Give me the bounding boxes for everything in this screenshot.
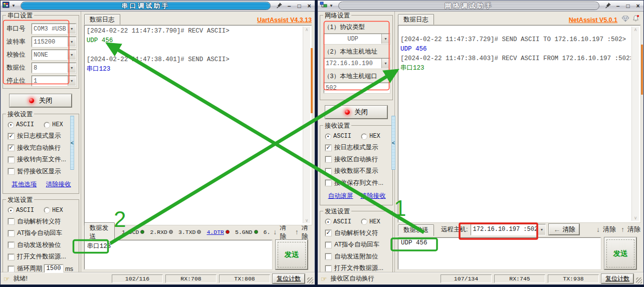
data-log-area[interactable]: [2024-02-22 11:47:37.790]# RECV ASCII> U… (84, 25, 312, 225)
sidebar-collapse-handle[interactable]: < (391, 116, 395, 170)
local-host-port-input[interactable]: 502 (324, 83, 390, 93)
chevron-down-icon[interactable]: ▼ (68, 50, 76, 60)
send-button[interactable]: 发送 (604, 237, 636, 269)
tab-data-send[interactable]: 数据发送 (84, 222, 115, 242)
baud-rate-select[interactable]: 115200▼ (32, 37, 76, 47)
maximize-button[interactable]: □ (296, 3, 303, 10)
send-data-input[interactable]: UDP 456 (398, 237, 601, 269)
log-scrollbar[interactable]: ∧∨ (631, 27, 639, 221)
send-data-input[interactable]: 串口123 (84, 240, 272, 269)
checkbox-recv-save-to-file[interactable]: 接收保存到文件... (325, 179, 390, 187)
chevron-down-icon[interactable]: ▼ (68, 76, 76, 86)
checkbox-redirect-recv-to-file[interactable]: 接收转向至文件... (8, 155, 77, 164)
uart-titlebar[interactable]: ▼ 串口调试助手 – □ × (1, 1, 315, 12)
data-log-area[interactable]: [2024-02-22 11:47:37.729]# SEND ASCII TO… (398, 25, 640, 222)
close-window-button[interactable]: × (634, 3, 641, 10)
clear-recv-arrow-icon[interactable]: ↑ (295, 228, 299, 236)
recv-ascii-radio[interactable]: ● (8, 122, 14, 128)
clear-recv-label[interactable]: 清除 (302, 223, 312, 241)
chevron-down-icon[interactable]: ▼ (68, 37, 76, 47)
send-hex-radio[interactable] (361, 219, 367, 224)
netassist-version-link[interactable]: NetAssist V5.0.1 (569, 17, 617, 24)
clear-send-arrow-icon[interactable]: ↓ (596, 225, 600, 233)
checkbox-open-file-source[interactable]: 打开文件数据源... (325, 264, 390, 272)
clear-send-arrow-icon[interactable]: ↓ (273, 228, 277, 236)
local-host-addr-select[interactable]: 172.16.10.190▼ (324, 58, 390, 69)
maximize-button[interactable]: □ (624, 3, 631, 10)
clear-remote-button[interactable]: ←清除 (549, 224, 579, 235)
log-scrollbar[interactable]: ∧∨ (303, 27, 310, 223)
checkbox-auto-parse-escape[interactable]: 自动解析转义符 (8, 217, 77, 226)
resize-grip[interactable] (307, 277, 313, 283)
parity-select[interactable]: NONE▼ (32, 50, 76, 60)
scroll-down-icon[interactable]: ∨ (305, 218, 309, 223)
com-port-select[interactable]: COM3 #USB▼ (32, 24, 76, 34)
clear-receive-link[interactable]: 清除接收 (46, 180, 71, 189)
clear-recv-arrow-icon[interactable]: ↑ (621, 225, 624, 233)
pin-window-icon[interactable] (276, 2, 283, 10)
stop-bits-select[interactable]: 1▼ (32, 76, 76, 86)
checkbox-cycle-period[interactable]: 循环周期 1500 ms (8, 264, 77, 273)
chevron-left-icon: < (71, 140, 74, 146)
other-options-link[interactable]: 其他选项 (12, 180, 37, 189)
tab-data-log[interactable]: 数据日志 (84, 14, 120, 26)
scroll-up-icon[interactable]: ∧ (305, 27, 309, 32)
recv-hex-radio[interactable] (361, 134, 367, 139)
net-titlebar[interactable]: ▼ 网络调试助手 – □ × (318, 1, 643, 12)
checkbox-recv-data-hidden[interactable]: 接收数据不显示 (325, 167, 390, 175)
chevron-down-icon[interactable]: ▼ (381, 34, 389, 44)
checkbox-at-auto-cr[interactable]: AT指令自动回车 (325, 240, 390, 249)
checkbox-auto-send-append[interactable]: 自动发送附加位 (325, 252, 390, 261)
send-button[interactable]: 发送 (276, 240, 308, 269)
checkbox-auto-parse-escape[interactable]: ✓自动解析转义符 (325, 229, 390, 237)
checkbox-auto-send-parity[interactable]: 自动发送校验位 (8, 241, 77, 249)
clear-receive-link[interactable]: 清除接收 (361, 192, 386, 200)
window-menu-caret-icon[interactable]: ▼ (329, 4, 333, 8)
checkbox-auto-newline-after-recv[interactable]: ✓接收完自动换行 (8, 144, 77, 152)
checkbox-log-mode-display[interactable]: ✓按日志模式显示 (8, 132, 77, 140)
recv-hex-radio[interactable] (44, 122, 50, 128)
notification-bell-icon[interactable] (632, 15, 639, 24)
pin-dtr[interactable]: 4.DTR (206, 229, 230, 235)
tab-data-send[interactable]: 数据发送 (398, 224, 434, 236)
reset-count-button[interactable]: 复位计数 (273, 274, 305, 283)
checkbox-recv-auto-newline[interactable]: 接收区自动换行 (325, 155, 390, 164)
cycle-period-input[interactable]: 1500 (44, 264, 63, 273)
auto-scroll-link[interactable]: 自动滚屏 (328, 192, 353, 200)
close-socket-button[interactable]: 关闭 (325, 106, 387, 119)
tab-data-log[interactable]: 数据日志 (398, 14, 434, 26)
chevron-down-icon[interactable]: ▼ (68, 63, 76, 73)
send-ascii-radio[interactable]: ● (8, 207, 14, 213)
window-menu-caret-icon[interactable]: ▼ (12, 4, 16, 8)
chevron-down-icon[interactable]: ▼ (537, 224, 545, 235)
recv-ascii-radio[interactable]: ● (325, 134, 331, 139)
close-window-button[interactable]: × (306, 3, 313, 10)
scroll-up-icon[interactable]: ∧ (634, 27, 637, 32)
resize-grip[interactable] (636, 277, 642, 283)
checkbox-pause-recv-display[interactable]: 暂停接收区显示 (8, 167, 77, 176)
clear-send-label[interactable]: 清除 (603, 225, 616, 234)
diamond-icon[interactable] (621, 15, 629, 24)
checkbox-log-mode-display[interactable]: ✓按日志模式显示 (325, 143, 390, 152)
protocol-type-select[interactable]: UDP▼ (324, 34, 390, 44)
data-bits-select[interactable]: 8▼ (32, 63, 76, 73)
minimize-button[interactable]: – (286, 3, 293, 10)
uart-app-icon[interactable] (3, 2, 10, 10)
reset-count-button[interactable]: 复位计数 (601, 274, 633, 283)
clear-send-label[interactable]: 清除 (280, 223, 290, 241)
send-hex-radio[interactable] (44, 207, 50, 213)
checkbox-at-auto-cr[interactable]: AT指令自动回车 (8, 229, 77, 237)
pin-window-icon[interactable] (604, 2, 611, 10)
uartassist-version-link[interactable]: UartAssist V4.3.13 (257, 17, 312, 24)
remote-host-select[interactable]: 172.16.10.197 :502 ▼ (471, 224, 546, 235)
chevron-down-icon[interactable]: ▼ (381, 59, 389, 68)
clear-recv-label[interactable]: 清除 (627, 225, 640, 234)
chevron-down-icon[interactable]: ▼ (68, 24, 76, 34)
close-port-button[interactable]: 关闭 (10, 94, 72, 107)
send-ascii-radio[interactable]: ● (325, 219, 331, 224)
checkbox-open-file-source[interactable]: 打开文件数据源... (8, 252, 77, 261)
net-app-icon[interactable] (320, 2, 328, 10)
sidebar-collapse-handle[interactable]: < (70, 116, 74, 170)
scroll-down-icon[interactable]: ∨ (634, 215, 637, 220)
minimize-button[interactable]: – (614, 3, 621, 10)
